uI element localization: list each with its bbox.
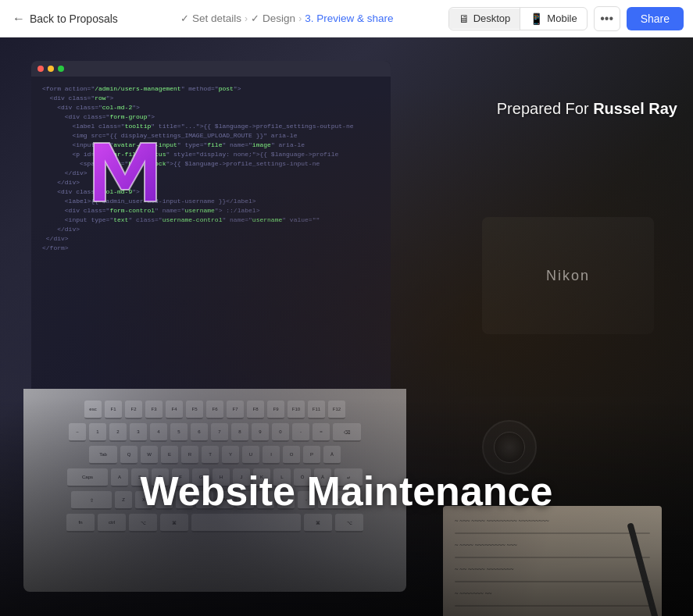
m-logo-svg — [86, 131, 164, 209]
svg-marker-0 — [94, 143, 156, 201]
view-toggle: 🖥 Desktop 📱 Mobile — [448, 7, 588, 30]
breadcrumb-step3[interactable]: 3. Preview & share — [305, 12, 393, 24]
step1-label: Set details — [192, 12, 241, 24]
more-icon: ••• — [600, 12, 613, 26]
desktop-label: Desktop — [473, 12, 511, 24]
step2-label: Design — [263, 12, 295, 24]
breadcrumb-step2[interactable]: ✓ Design — [251, 12, 295, 24]
mobile-view-button[interactable]: 📱 Mobile — [520, 9, 586, 29]
mobile-icon: 📱 — [530, 12, 543, 25]
breadcrumb-sep2: › — [298, 13, 302, 24]
desktop-icon: 🖥 — [459, 12, 470, 25]
share-button[interactable]: Share — [627, 7, 684, 30]
share-label: Share — [641, 12, 670, 25]
breadcrumb-step1[interactable]: ✓ Set details — [180, 12, 241, 24]
back-button-label: Back to Proposals — [30, 12, 118, 25]
hero-image: <form action="/admin/users-management" m… — [0, 37, 693, 616]
back-button[interactable]: ← Back to Proposals — [9, 7, 126, 30]
breadcrumb: ✓ Set details › ✓ Design › 3. Preview & … — [126, 12, 448, 24]
main-content: <form action="/admin/users-management" m… — [0, 37, 693, 616]
check-icon-step2: ✓ — [251, 12, 259, 24]
hero-title: Website Maintenance — [0, 468, 693, 515]
breadcrumb-sep1: › — [245, 13, 248, 24]
desktop-view-button[interactable]: 🖥 Desktop — [449, 9, 520, 29]
mobile-label: Mobile — [547, 12, 577, 24]
back-arrow-icon: ← — [13, 12, 25, 26]
more-options-button[interactable]: ••• — [594, 6, 620, 31]
step3-label: 3. Preview & share — [305, 12, 393, 24]
top-navigation: ← Back to Proposals ✓ Set details › ✓ De… — [0, 0, 693, 37]
check-icon-step1: ✓ — [180, 12, 189, 24]
nav-right-controls: 🖥 Desktop 📱 Mobile ••• Share — [448, 6, 684, 31]
m-logo — [86, 131, 164, 209]
